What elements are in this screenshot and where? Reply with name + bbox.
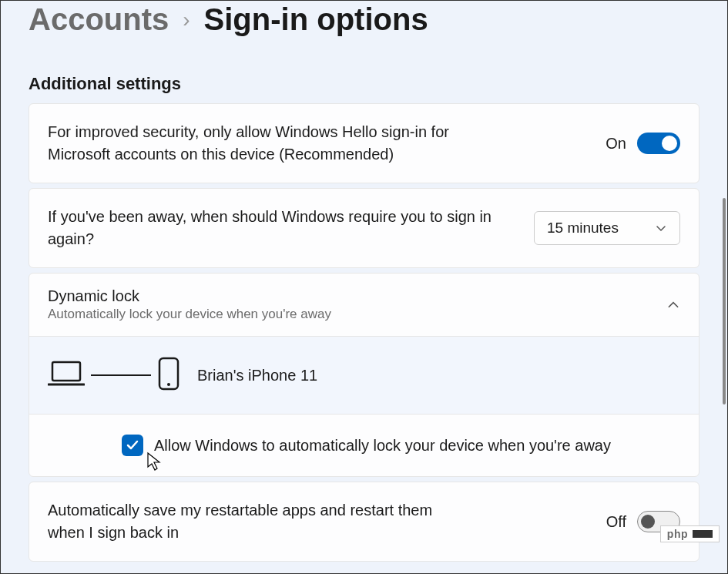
chevron-down-icon xyxy=(655,222,667,234)
paired-device-name: Brian's iPhone 11 xyxy=(197,367,317,384)
breadcrumb-parent[interactable]: Accounts xyxy=(29,2,169,37)
phone-icon xyxy=(157,357,180,394)
hello-toggle[interactable] xyxy=(637,133,680,154)
watermark-badge: php xyxy=(660,525,720,542)
cursor-icon xyxy=(146,451,162,475)
breadcrumb: Accounts › Sign-in options xyxy=(29,1,699,37)
link-line-icon xyxy=(91,374,151,376)
dynamic-lock-title: Dynamic lock xyxy=(48,287,331,305)
dynamic-lock-subtitle: Automatically lock your device when you'… xyxy=(48,307,331,322)
section-heading: Additional settings xyxy=(29,74,699,94)
scrollbar[interactable] xyxy=(723,198,726,404)
dynamic-lock-checkbox-row: Allow Windows to automatically lock your… xyxy=(29,415,699,476)
svg-rect-0 xyxy=(52,362,80,381)
require-signin-card: If you've been away, when should Windows… xyxy=(29,188,699,268)
dynamic-lock-checkbox-label: Allow Windows to automatically lock your… xyxy=(154,437,611,455)
hello-toggle-label: On xyxy=(606,135,626,153)
require-signin-value: 15 minutes xyxy=(547,220,619,237)
dynamic-lock-header[interactable]: Dynamic lock Automatically lock your dev… xyxy=(29,274,699,336)
restart-apps-toggle-label: Off xyxy=(606,513,626,531)
restart-apps-card: Automatically save my restartable apps a… xyxy=(29,482,699,562)
require-signin-text: If you've been away, when should Windows… xyxy=(48,206,510,250)
breadcrumb-current: Sign-in options xyxy=(204,2,428,37)
svg-point-3 xyxy=(167,383,170,386)
require-signin-select[interactable]: 15 minutes xyxy=(534,211,680,245)
chevron-right-icon: › xyxy=(183,8,190,32)
chevron-up-icon xyxy=(666,298,680,312)
dynamic-lock-checkbox[interactable] xyxy=(122,435,143,456)
hello-signin-text: For improved security, only allow Window… xyxy=(48,121,510,166)
laptop-icon xyxy=(48,359,85,391)
hello-signin-card: For improved security, only allow Window… xyxy=(29,103,699,183)
paired-device-row: Brian's iPhone 11 xyxy=(29,336,699,415)
restart-apps-text: Automatically save my restartable apps a… xyxy=(48,499,464,544)
dynamic-lock-card: Dynamic lock Automatically lock your dev… xyxy=(29,273,699,477)
